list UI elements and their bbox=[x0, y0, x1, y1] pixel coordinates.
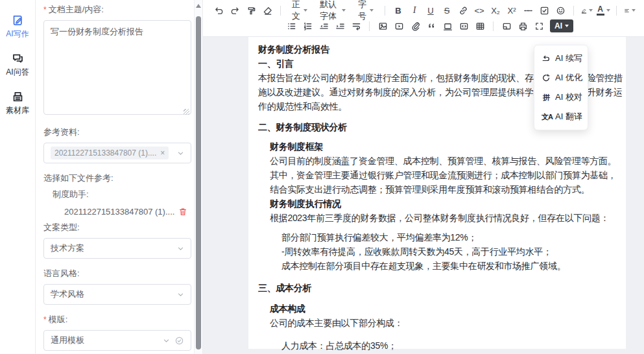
redo-button[interactable] bbox=[227, 3, 243, 18]
outdent-button[interactable] bbox=[316, 19, 331, 33]
reference-label: 参考资料: bbox=[43, 126, 191, 138]
clear-format-button[interactable] bbox=[259, 3, 275, 18]
doc-type-label: 文案类型: bbox=[43, 222, 191, 233]
toolbar-row-2: AI bbox=[283, 18, 638, 34]
doc-line: 结合实际支出进行动态调整；预算管理则采用年度预算和滚动预算相结合的方式。 bbox=[270, 182, 616, 196]
font-color-dropdown[interactable]: A bbox=[595, 3, 611, 18]
ai-menu-item-translate[interactable]: 文A AI 翻译 bbox=[534, 107, 588, 126]
superscript-button[interactable]: X² bbox=[504, 3, 519, 18]
doc-spacer bbox=[258, 225, 616, 230]
format-painter-button[interactable] bbox=[243, 3, 259, 18]
template-label: * 模版: bbox=[43, 314, 191, 325]
scrollbar-thumb[interactable] bbox=[196, 16, 201, 349]
emoji-button[interactable] bbox=[553, 3, 568, 18]
reference-select[interactable]: 2021122715133847807 (1)....× bbox=[43, 143, 191, 163]
language-style-select[interactable]: 学术风格 bbox=[43, 284, 191, 305]
font-family-dropdown[interactable]: 默认字体 bbox=[314, 3, 352, 18]
ai-menu: AI 续写 AI 优化 拼 AI 校对 文A AI 翻译 bbox=[534, 45, 588, 130]
nav-item-ai-writing[interactable]: AI写作 bbox=[6, 14, 29, 40]
panel-scrollbar[interactable] bbox=[194, 0, 202, 354]
doc-type-select[interactable]: 技术方案 bbox=[43, 238, 191, 259]
caret-down-icon bbox=[589, 9, 593, 12]
chevron-down-icon bbox=[163, 337, 170, 344]
caret-down-icon bbox=[342, 9, 346, 12]
attachment-button[interactable] bbox=[407, 19, 423, 33]
caret-down-icon bbox=[632, 9, 636, 12]
file-reference-section-label: 选择如下文件参考: bbox=[43, 172, 191, 184]
editor-area: 正文 默认字体 字号 B I U S <> X₂ X² bbox=[203, 0, 644, 354]
task-checkbox-button[interactable] bbox=[536, 3, 552, 18]
ai-dropdown-button[interactable]: AI bbox=[550, 19, 573, 32]
file-group-label: 制度助手: bbox=[53, 189, 191, 200]
nav-item-ai-qa[interactable]: AI问答 bbox=[6, 53, 29, 78]
doc-subheading-cost: 成本构成 bbox=[270, 301, 616, 316]
doc-subheading-execution: 财务制度执行情况 bbox=[270, 196, 616, 211]
font-size-dropdown[interactable]: 字号 bbox=[352, 3, 379, 18]
bold-button[interactable]: B bbox=[390, 3, 406, 18]
doc-issue-item: 部分部门预算执行偏差较大，平均偏差率为12%； bbox=[281, 230, 616, 244]
required-asterisk: * bbox=[43, 5, 47, 14]
doc-subheading-framework: 财务制度框架 bbox=[270, 139, 616, 154]
paragraph-style-dropdown[interactable]: 正文 bbox=[286, 3, 313, 18]
chevron-down-icon bbox=[177, 291, 184, 298]
scrollbar-up-arrow[interactable] bbox=[196, 4, 201, 8]
doc-cost-item: 人力成本：占总成本的35%； bbox=[281, 338, 616, 353]
insert-table-button[interactable] bbox=[472, 19, 488, 33]
alignment-dropdown[interactable] bbox=[622, 3, 638, 18]
template-select[interactable]: 通用模板 bbox=[43, 330, 191, 351]
topic-textarea[interactable]: 写一份财务制度分析报告 bbox=[43, 20, 191, 115]
toolbar-separator bbox=[616, 6, 617, 16]
doc-line: 公司目前的制度涵盖了资金管理、成本控制、预算管理、核算与报告、风险管理等方面。 bbox=[270, 154, 616, 168]
doc-line: 公司的成本主要由以下部分构成： bbox=[270, 316, 616, 330]
ai-proofread-icon: 拼 bbox=[542, 93, 551, 102]
toolbar-separator bbox=[369, 21, 370, 31]
horizontal-rule-button[interactable] bbox=[520, 3, 536, 18]
toolbar-separator bbox=[573, 6, 574, 16]
editor-canvas: 财务制度分析报告 一、引言 本报告旨在对公司的财务制度进行全面分析，包括财务制度… bbox=[203, 37, 644, 354]
strikethrough-button[interactable]: S bbox=[439, 3, 455, 18]
doc-spacer bbox=[258, 330, 616, 338]
font-color-icon: A bbox=[597, 5, 604, 16]
indent-button[interactable] bbox=[332, 19, 348, 33]
caret-down-icon bbox=[565, 25, 569, 27]
underline-button[interactable]: U bbox=[423, 3, 438, 18]
bullet-list-button[interactable] bbox=[283, 19, 299, 33]
insert-video-button[interactable] bbox=[391, 19, 407, 33]
topic-textarea-wrap: 写一份财务制度分析报告 bbox=[43, 20, 191, 117]
chevron-down-icon bbox=[177, 245, 184, 252]
ai-menu-item-optimize[interactable]: AI 优化 bbox=[534, 68, 588, 88]
undo-button[interactable] bbox=[211, 3, 226, 18]
nav-item-material-library[interactable]: 素材库 bbox=[6, 91, 29, 116]
inline-code-button[interactable]: <> bbox=[471, 3, 487, 18]
blockquote-button[interactable] bbox=[423, 19, 439, 33]
toolbar-separator bbox=[280, 6, 281, 16]
code-block-button[interactable] bbox=[456, 19, 471, 33]
fullscreen-button[interactable] bbox=[531, 19, 547, 33]
preview-panel-button[interactable] bbox=[499, 19, 514, 33]
nav-item-label: AI写作 bbox=[6, 29, 29, 40]
toolbar-separator bbox=[493, 21, 494, 31]
nav-item-label: 素材库 bbox=[6, 105, 29, 116]
trash-icon[interactable] bbox=[178, 207, 187, 217]
caret-down-icon bbox=[370, 9, 374, 12]
chevron-down-icon bbox=[177, 150, 184, 157]
ai-continue-icon bbox=[542, 54, 551, 63]
language-style-label: 语言风格: bbox=[43, 268, 191, 279]
tag-close-icon[interactable]: × bbox=[160, 148, 165, 158]
link-button[interactable] bbox=[455, 3, 471, 18]
ai-menu-item-continue[interactable]: AI 续写 bbox=[534, 49, 588, 68]
ai-menu-item-proofread[interactable]: 拼 AI 校对 bbox=[534, 88, 588, 107]
italic-button[interactable]: I bbox=[407, 3, 422, 18]
highlight-color-dropdown[interactable] bbox=[579, 3, 595, 18]
text-wrap-button[interactable] bbox=[348, 19, 364, 33]
ordered-list-button[interactable] bbox=[300, 19, 315, 33]
subscript-button[interactable]: X₂ bbox=[488, 3, 503, 18]
toolbar-row-1: 正文 默认字体 字号 B I U S <> X₂ X² bbox=[211, 3, 638, 18]
textarea-resize-grip[interactable] bbox=[184, 109, 189, 115]
document-edit-icon bbox=[12, 14, 24, 27]
nav-item-label: AI问答 bbox=[6, 67, 29, 78]
divider-button[interactable] bbox=[440, 19, 455, 33]
insert-image-button[interactable] bbox=[375, 19, 390, 33]
chat-bubbles-icon bbox=[12, 53, 24, 65]
print-button[interactable] bbox=[515, 19, 531, 33]
